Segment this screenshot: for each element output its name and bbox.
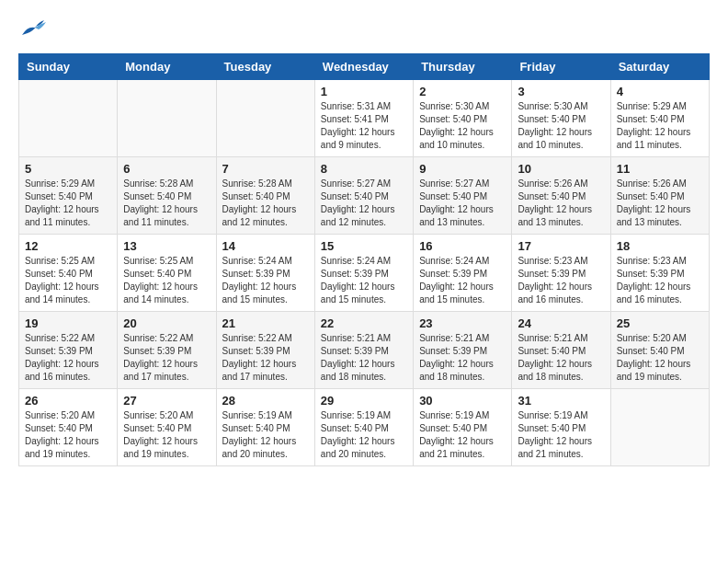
day-info: Sunrise: 5:29 AM Sunset: 5:40 PM Dayligh…: [617, 100, 703, 152]
calendar-header-row: SundayMondayTuesdayWednesdayThursdayFrid…: [19, 54, 710, 80]
calendar-cell: 21Sunrise: 5:22 AM Sunset: 5:39 PM Dayli…: [216, 312, 314, 389]
day-number: 18: [617, 239, 703, 253]
day-number: 31: [518, 394, 604, 408]
day-info: Sunrise: 5:19 AM Sunset: 5:40 PM Dayligh…: [419, 409, 506, 461]
day-number: 6: [123, 162, 210, 176]
calendar-cell: 28Sunrise: 5:19 AM Sunset: 5:40 PM Dayli…: [216, 389, 314, 466]
calendar-cell: 24Sunrise: 5:21 AM Sunset: 5:40 PM Dayli…: [512, 312, 610, 389]
calendar-cell: 23Sunrise: 5:21 AM Sunset: 5:39 PM Dayli…: [414, 312, 512, 389]
day-number: 4: [617, 85, 703, 98]
day-number: 20: [123, 316, 210, 330]
day-info: Sunrise: 5:21 AM Sunset: 5:39 PM Dayligh…: [321, 332, 407, 384]
day-info: Sunrise: 5:31 AM Sunset: 5:41 PM Dayligh…: [321, 100, 407, 152]
calendar-cell: 16Sunrise: 5:24 AM Sunset: 5:39 PM Dayli…: [414, 235, 512, 312]
day-number: 10: [518, 162, 604, 176]
day-info: Sunrise: 5:20 AM Sunset: 5:40 PM Dayligh…: [25, 409, 111, 461]
day-info: Sunrise: 5:24 AM Sunset: 5:39 PM Dayligh…: [321, 255, 407, 306]
day-number: 25: [617, 316, 703, 330]
calendar-day-header: Wednesday: [314, 54, 413, 80]
day-number: 19: [25, 316, 111, 330]
calendar-cell: 11Sunrise: 5:26 AM Sunset: 5:40 PM Dayli…: [610, 157, 709, 235]
calendar-day-header: Friday: [512, 54, 610, 80]
day-info: Sunrise: 5:19 AM Sunset: 5:40 PM Dayligh…: [321, 409, 407, 461]
calendar-cell: 19Sunrise: 5:22 AM Sunset: 5:39 PM Dayli…: [19, 312, 118, 389]
day-info: Sunrise: 5:28 AM Sunset: 5:40 PM Dayligh…: [123, 178, 210, 229]
calendar-day-header: Saturday: [610, 54, 709, 80]
day-number: 24: [518, 316, 604, 330]
day-number: 12: [25, 239, 111, 253]
logo: [18, 18, 46, 39]
day-number: 17: [518, 239, 604, 253]
calendar-week-row: 1Sunrise: 5:31 AM Sunset: 5:41 PM Daylig…: [19, 80, 710, 157]
day-number: 27: [123, 394, 210, 408]
day-number: 1: [321, 85, 407, 98]
calendar-cell: 26Sunrise: 5:20 AM Sunset: 5:40 PM Dayli…: [19, 389, 118, 466]
calendar-cell: 7Sunrise: 5:28 AM Sunset: 5:40 PM Daylig…: [216, 157, 314, 235]
calendar-table: SundayMondayTuesdayWednesdayThursdayFrid…: [18, 53, 710, 466]
day-info: Sunrise: 5:20 AM Sunset: 5:40 PM Dayligh…: [123, 409, 210, 461]
day-number: 14: [222, 239, 309, 253]
calendar-cell: 15Sunrise: 5:24 AM Sunset: 5:39 PM Dayli…: [314, 235, 413, 312]
day-info: Sunrise: 5:22 AM Sunset: 5:39 PM Dayligh…: [123, 332, 210, 384]
day-number: 11: [617, 162, 703, 176]
calendar-cell: 9Sunrise: 5:27 AM Sunset: 5:40 PM Daylig…: [414, 157, 512, 235]
calendar-cell: 27Sunrise: 5:20 AM Sunset: 5:40 PM Dayli…: [118, 389, 216, 466]
day-number: 5: [25, 162, 111, 176]
calendar-cell: 17Sunrise: 5:23 AM Sunset: 5:39 PM Dayli…: [512, 235, 610, 312]
calendar-cell: 22Sunrise: 5:21 AM Sunset: 5:39 PM Dayli…: [314, 312, 413, 389]
logo-bird-icon: [20, 18, 46, 39]
calendar-cell: 18Sunrise: 5:23 AM Sunset: 5:39 PM Dayli…: [610, 235, 709, 312]
day-number: 28: [222, 394, 309, 408]
calendar-cell: 3Sunrise: 5:30 AM Sunset: 5:40 PM Daylig…: [512, 80, 610, 157]
day-number: 21: [222, 316, 309, 330]
day-number: 16: [419, 239, 506, 253]
calendar-day-header: Tuesday: [216, 54, 314, 80]
calendar-cell: [19, 80, 118, 157]
day-info: Sunrise: 5:25 AM Sunset: 5:40 PM Dayligh…: [25, 255, 111, 306]
calendar-cell: [610, 389, 709, 466]
calendar-cell: 2Sunrise: 5:30 AM Sunset: 5:40 PM Daylig…: [414, 80, 512, 157]
day-number: 22: [321, 316, 407, 330]
day-info: Sunrise: 5:30 AM Sunset: 5:40 PM Dayligh…: [518, 100, 604, 152]
calendar-cell: 31Sunrise: 5:19 AM Sunset: 5:40 PM Dayli…: [512, 389, 610, 466]
day-info: Sunrise: 5:20 AM Sunset: 5:40 PM Dayligh…: [617, 332, 703, 384]
calendar-cell: 20Sunrise: 5:22 AM Sunset: 5:39 PM Dayli…: [118, 312, 216, 389]
day-info: Sunrise: 5:26 AM Sunset: 5:40 PM Dayligh…: [518, 178, 604, 229]
day-number: 9: [419, 162, 506, 176]
calendar-cell: 13Sunrise: 5:25 AM Sunset: 5:40 PM Dayli…: [118, 235, 216, 312]
day-info: Sunrise: 5:26 AM Sunset: 5:40 PM Dayligh…: [617, 178, 703, 229]
calendar-week-row: 12Sunrise: 5:25 AM Sunset: 5:40 PM Dayli…: [19, 235, 710, 312]
calendar-cell: 5Sunrise: 5:29 AM Sunset: 5:40 PM Daylig…: [19, 157, 118, 235]
day-info: Sunrise: 5:29 AM Sunset: 5:40 PM Dayligh…: [25, 178, 111, 229]
day-number: 7: [222, 162, 309, 176]
calendar-cell: 1Sunrise: 5:31 AM Sunset: 5:41 PM Daylig…: [314, 80, 413, 157]
day-info: Sunrise: 5:27 AM Sunset: 5:40 PM Dayligh…: [419, 178, 506, 229]
day-number: 2: [419, 85, 506, 98]
day-info: Sunrise: 5:21 AM Sunset: 5:39 PM Dayligh…: [419, 332, 506, 384]
calendar-cell: 29Sunrise: 5:19 AM Sunset: 5:40 PM Dayli…: [314, 389, 413, 466]
calendar-cell: 6Sunrise: 5:28 AM Sunset: 5:40 PM Daylig…: [118, 157, 216, 235]
calendar-cell: 25Sunrise: 5:20 AM Sunset: 5:40 PM Dayli…: [610, 312, 709, 389]
day-info: Sunrise: 5:22 AM Sunset: 5:39 PM Dayligh…: [222, 332, 309, 384]
day-number: 30: [419, 394, 506, 408]
calendar-cell: 30Sunrise: 5:19 AM Sunset: 5:40 PM Dayli…: [414, 389, 512, 466]
day-info: Sunrise: 5:21 AM Sunset: 5:40 PM Dayligh…: [518, 332, 604, 384]
calendar-cell: [118, 80, 216, 157]
day-number: 26: [25, 394, 111, 408]
calendar-cell: 8Sunrise: 5:27 AM Sunset: 5:40 PM Daylig…: [314, 157, 413, 235]
day-info: Sunrise: 5:23 AM Sunset: 5:39 PM Dayligh…: [518, 255, 604, 306]
calendar-cell: [216, 80, 314, 157]
day-info: Sunrise: 5:25 AM Sunset: 5:40 PM Dayligh…: [123, 255, 210, 306]
calendar-week-row: 19Sunrise: 5:22 AM Sunset: 5:39 PM Dayli…: [19, 312, 710, 389]
calendar-cell: 12Sunrise: 5:25 AM Sunset: 5:40 PM Dayli…: [19, 235, 118, 312]
day-info: Sunrise: 5:19 AM Sunset: 5:40 PM Dayligh…: [518, 409, 604, 461]
day-info: Sunrise: 5:30 AM Sunset: 5:40 PM Dayligh…: [419, 100, 506, 152]
day-info: Sunrise: 5:23 AM Sunset: 5:39 PM Dayligh…: [617, 255, 703, 306]
calendar-day-header: Thursday: [414, 54, 512, 80]
calendar-cell: 14Sunrise: 5:24 AM Sunset: 5:39 PM Dayli…: [216, 235, 314, 312]
calendar-week-row: 5Sunrise: 5:29 AM Sunset: 5:40 PM Daylig…: [19, 157, 710, 235]
day-number: 13: [123, 239, 210, 253]
day-info: Sunrise: 5:24 AM Sunset: 5:39 PM Dayligh…: [419, 255, 506, 306]
day-info: Sunrise: 5:22 AM Sunset: 5:39 PM Dayligh…: [25, 332, 111, 384]
day-number: 23: [419, 316, 506, 330]
